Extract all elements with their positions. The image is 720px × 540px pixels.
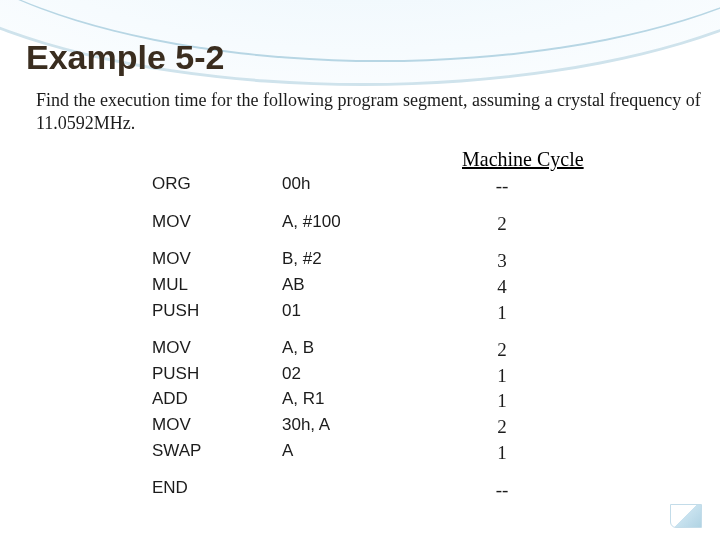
cycle-cell: 1 xyxy=(462,363,542,389)
table-row: PUSH 021 xyxy=(152,363,542,389)
table-row: MULAB4 xyxy=(152,274,542,300)
mnemonic-cell: ORG xyxy=(152,173,282,199)
problem-statement: Find the execution time for the followin… xyxy=(36,89,702,134)
group-spacer xyxy=(152,199,542,211)
table-row: MOVA, #1002 xyxy=(152,211,542,237)
code-table: ORG00h--MOVA, #1002MOVB, #23MULAB4PUSH01… xyxy=(152,173,542,503)
cycle-cell: 3 xyxy=(462,248,542,274)
mnemonic-cell: MOV xyxy=(152,414,282,440)
operand-cell: 01 xyxy=(282,300,462,326)
operand-cell: A xyxy=(282,440,462,466)
table-row: ORG00h-- xyxy=(152,173,542,199)
cycle-cell: 4 xyxy=(462,274,542,300)
mnemonic-cell: MOV xyxy=(152,337,282,363)
table-row: SWAPA1 xyxy=(152,440,542,466)
operand-cell: A, #100 xyxy=(282,211,462,237)
operand-cell: A, B xyxy=(282,337,462,363)
mnemonic-cell: MUL xyxy=(152,274,282,300)
mnemonic-cell: ADD xyxy=(152,388,282,414)
mnemonic-cell: MOV xyxy=(152,248,282,274)
cycle-cell: -- xyxy=(462,173,542,199)
mnemonic-cell: END xyxy=(152,477,282,503)
table-row: MOV A, B2 xyxy=(152,337,542,363)
mnemonic-cell: MOV xyxy=(152,211,282,237)
code-table-wrap: Machine Cycle ORG00h--MOVA, #1002MOVB, #… xyxy=(152,148,702,503)
table-row: ADDA, R11 xyxy=(152,388,542,414)
operand-cell: AB xyxy=(282,274,462,300)
machine-cycle-header: Machine Cycle xyxy=(462,148,702,171)
slide-title: Example 5-2 xyxy=(26,38,702,77)
slide-content: Example 5-2 Find the execution time for … xyxy=(0,0,720,503)
mnemonic-cell: SWAP xyxy=(152,440,282,466)
table-row: MOVB, #23 xyxy=(152,248,542,274)
table-row: PUSH011 xyxy=(152,300,542,326)
operand-cell: A, R1 xyxy=(282,388,462,414)
operand-cell: 02 xyxy=(282,363,462,389)
mnemonic-cell: PUSH xyxy=(152,363,282,389)
cycle-cell: 2 xyxy=(462,211,542,237)
operand-cell xyxy=(282,477,462,503)
cycle-cell: 2 xyxy=(462,337,542,363)
cycle-cell: 1 xyxy=(462,388,542,414)
group-spacer xyxy=(152,325,542,337)
operand-cell: B, #2 xyxy=(282,248,462,274)
mnemonic-cell: PUSH xyxy=(152,300,282,326)
cycle-cell: -- xyxy=(462,477,542,503)
cycle-cell: 2 xyxy=(462,414,542,440)
group-spacer xyxy=(152,465,542,477)
page-curl-decor xyxy=(670,504,702,528)
table-row: END-- xyxy=(152,477,542,503)
operand-cell: 30h, A xyxy=(282,414,462,440)
operand-cell: 00h xyxy=(282,173,462,199)
group-spacer xyxy=(152,236,542,248)
cycle-cell: 1 xyxy=(462,440,542,466)
cycle-cell: 1 xyxy=(462,300,542,326)
table-row: MOV 30h, A2 xyxy=(152,414,542,440)
